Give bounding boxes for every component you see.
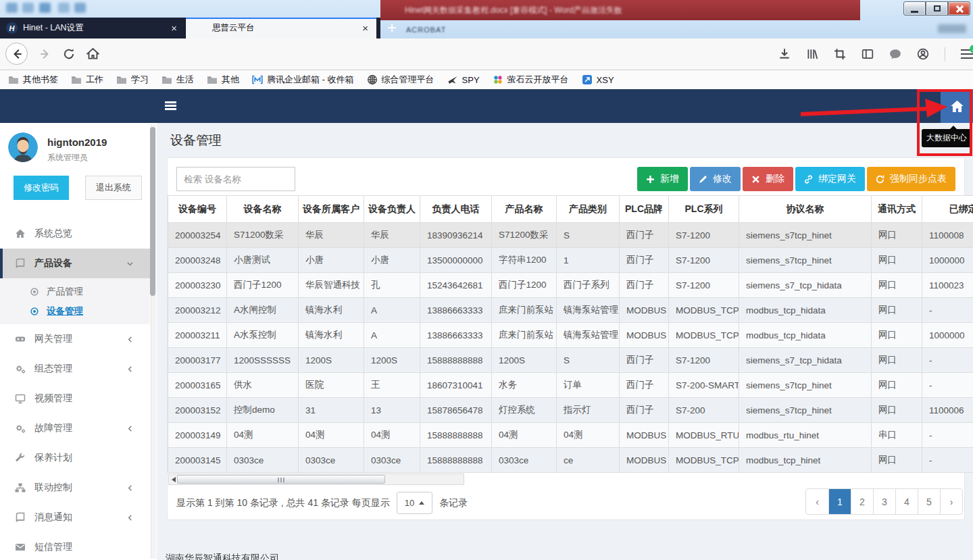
table-row[interactable]: 2000031450303ce0303ce0303ce1588888888803… xyxy=(168,448,973,473)
toolbar-button-add[interactable]: 新增 xyxy=(637,167,688,191)
column-header[interactable]: 协议名称 xyxy=(739,196,872,223)
table-cell: 200003152 xyxy=(168,398,227,423)
table-cell: S xyxy=(557,223,620,248)
page-size-select[interactable]: 10 xyxy=(397,492,432,514)
background-word-window-titlebar: Hinet网关数据采集教程.docx [兼容模式] - Word产品激活失败 xyxy=(380,0,860,20)
table-row[interactable]: 200003211A水泵控制镇海水利A13886663333庶来门前泵站镇海泵站… xyxy=(168,323,973,348)
table-row[interactable]: 200003230西门子1200华辰智通科技孔15243642681西门子120… xyxy=(168,273,973,298)
toolbar-button-delete[interactable]: 删除 xyxy=(743,167,793,191)
column-header[interactable]: 负责人电话 xyxy=(420,196,492,223)
screenshot-icon[interactable] xyxy=(834,48,846,60)
pager-page-5[interactable]: 5 xyxy=(918,489,940,514)
table-row[interactable]: 200003248小唐测试小唐小唐13500000000字符串12001西门子S… xyxy=(168,248,973,273)
minimize-button[interactable] xyxy=(903,1,926,16)
tab-close-icon[interactable]: × xyxy=(360,22,370,34)
pager-page-2[interactable]: 2 xyxy=(851,489,873,514)
scroll-left-icon[interactable] xyxy=(172,477,176,482)
table-cell: 西门子 xyxy=(620,398,669,423)
sidebar-item-0[interactable]: 系统总览 xyxy=(0,219,150,249)
sidebar-scrollbar[interactable] xyxy=(151,124,156,559)
bookmark-item[interactable]: 工作 xyxy=(71,74,103,86)
table-row[interactable]: 2000031771200SSSSSS1200S1200S15888888888… xyxy=(168,348,973,373)
table-cell: MODBUS_TCP xyxy=(669,448,739,473)
toolbar-button-bind-gateway[interactable]: 绑定网关 xyxy=(795,167,865,191)
bookmark-item[interactable]: SPY xyxy=(447,74,480,85)
tab-close-icon[interactable]: × xyxy=(169,22,179,34)
refresh-icon xyxy=(876,175,884,184)
toolbar-button-force-sync[interactable]: 强制同步点表 xyxy=(867,167,955,191)
toolbar-button-edit[interactable]: 修改 xyxy=(690,167,741,191)
sidebar-item-5[interactable]: 故障管理 xyxy=(0,413,150,443)
close-button[interactable] xyxy=(948,1,970,16)
sidebar-item-9[interactable]: 短信管理 xyxy=(0,532,150,560)
tab-hinet-lan[interactable]: H Hinet - LAN设置 × xyxy=(0,18,186,39)
column-header[interactable]: PLC系列 xyxy=(669,196,739,223)
library-icon[interactable] xyxy=(806,48,818,60)
bookmark-item[interactable]: 生活 xyxy=(161,74,194,86)
column-header[interactable]: 已绑定网关 xyxy=(922,196,973,223)
sidebar-item-4[interactable]: 视频管理 xyxy=(0,384,150,413)
new-tab-button[interactable]: + xyxy=(383,19,401,37)
column-header[interactable]: 设备负责人 xyxy=(364,196,420,223)
pager-page-4[interactable]: 4 xyxy=(895,489,918,514)
table-cell: 网口 xyxy=(872,248,922,273)
download-icon[interactable] xyxy=(778,48,791,60)
sitemap-icon xyxy=(15,482,26,493)
bookmark-label: 综合管理平台 xyxy=(382,74,434,86)
bookmark-item[interactable]: 其他 xyxy=(207,74,239,86)
column-header[interactable]: 设备所属客户 xyxy=(299,196,364,223)
pager-prev[interactable]: ‹ xyxy=(806,489,828,514)
column-header[interactable]: 通讯方式 xyxy=(872,196,922,223)
bookmark-item[interactable]: 综合管理平台 xyxy=(367,74,434,86)
chevron-down-icon xyxy=(126,260,134,268)
sidebar-item-8[interactable]: 消息通知 xyxy=(0,503,150,532)
table-cell: S7-1200 xyxy=(669,223,739,248)
sidebar-item-2[interactable]: 网关管理 xyxy=(0,324,150,354)
sidebar-toggle-icon[interactable] xyxy=(862,48,874,60)
sidebar-collapse-icon[interactable] xyxy=(165,101,176,110)
bookmark-item[interactable]: 萤石云开放平台 xyxy=(493,74,569,86)
home-button-browser[interactable] xyxy=(86,47,99,60)
pager-page-3[interactable]: 3 xyxy=(873,489,895,514)
table-row[interactable]: 200003212A水闸控制镇海水利A13886663333庶来门前泵站镇海泵站… xyxy=(168,298,973,323)
scrollbar-thumb[interactable] xyxy=(177,475,385,484)
pager-page-1[interactable]: 1 xyxy=(828,489,851,514)
menu-icon[interactable] xyxy=(961,49,973,59)
toolbar-button-label: 新增 xyxy=(660,173,679,185)
table-row[interactable]: 200003165供水医院王18607310041水务订单西门子S7-200-S… xyxy=(168,373,973,398)
tab-sipu-cloud[interactable]: 思普云平台 × xyxy=(186,18,376,39)
bookmark-item[interactable]: XSY xyxy=(582,74,614,85)
device-search-input[interactable] xyxy=(176,167,295,191)
column-header[interactable]: 产品名称 xyxy=(492,196,557,223)
bookmark-item[interactable]: 腾讯企业邮箱 - 收件箱 xyxy=(252,74,354,86)
chat-icon[interactable] xyxy=(889,48,901,60)
horizontal-scrollbar[interactable] xyxy=(168,474,464,485)
submenu-item-0[interactable]: 产品管理 xyxy=(0,282,150,301)
sidebar-item-3[interactable]: 组态管理 xyxy=(0,354,150,384)
column-header[interactable]: 设备编号 xyxy=(168,196,227,223)
sidebar-item-7[interactable]: 联动控制 xyxy=(0,473,150,503)
reload-button[interactable] xyxy=(63,48,75,60)
table-cell: S71200数采 xyxy=(492,223,557,248)
restore-button[interactable] xyxy=(926,1,948,16)
sidebar-item-6[interactable]: 保养计划 xyxy=(0,443,150,473)
back-button[interactable] xyxy=(5,43,28,65)
forward-button[interactable] xyxy=(39,48,51,60)
bookmark-item[interactable]: 其他书签 xyxy=(8,74,58,86)
account-icon[interactable] xyxy=(917,48,929,60)
logout-button[interactable]: 退出系统 xyxy=(85,176,142,200)
table-row[interactable]: 200003152控制demo311315878656478灯控系统指示灯西门子… xyxy=(168,398,973,423)
bookmark-item[interactable]: 学习 xyxy=(116,74,149,86)
sidebar-item-1[interactable]: 产品设备 xyxy=(0,249,150,278)
column-header[interactable]: PLC品牌 xyxy=(620,196,669,223)
globe-icon xyxy=(367,74,378,85)
table-row[interactable]: 200003254S71200数采华辰华辰18390936214S71200数采… xyxy=(168,223,973,248)
column-header[interactable]: 产品类别 xyxy=(557,196,620,223)
submenu-item-1[interactable]: 设备管理 xyxy=(0,301,150,321)
table-cell: 网口 xyxy=(872,448,922,473)
big-data-center-button[interactable] xyxy=(941,89,973,123)
column-header[interactable]: 设备名称 xyxy=(227,196,299,223)
pager-next[interactable]: › xyxy=(940,489,962,514)
table-row[interactable]: 20000314904测04测04测1588888888804测04测MODBU… xyxy=(168,423,973,448)
change-password-button[interactable]: 修改密码 xyxy=(14,176,69,200)
